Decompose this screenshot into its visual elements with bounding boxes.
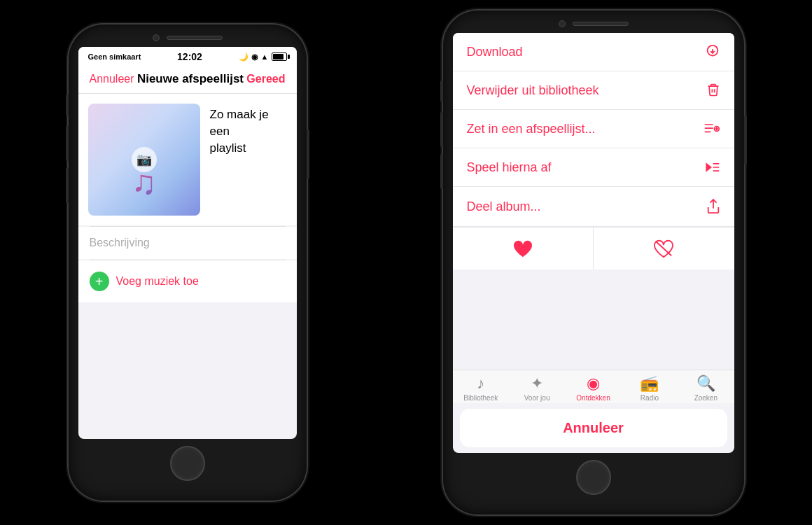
play-next-label: Speel hierna af — [467, 160, 552, 175]
speaker-bar — [167, 36, 223, 40]
phone-top-bar — [69, 24, 307, 47]
plus-circle-icon: + — [90, 272, 109, 291]
playlist-artwork[interactable]: ♫ 📷 — [88, 104, 200, 216]
right-mute-button[interactable] — [440, 80, 443, 102]
share-icon — [706, 198, 720, 215]
action-play-next[interactable]: Speel hierna af — [453, 148, 734, 187]
right-phone-bottom — [443, 453, 744, 506]
status-icons: 🌙 ◉ ▲ — [239, 52, 287, 62]
signal-icon: ▲ — [261, 52, 269, 61]
tab-zoeken[interactable]: 🔍 Zoeken — [678, 374, 734, 402]
tab-ontdekken[interactable]: ◉ Ontdekken — [565, 374, 621, 402]
download-icon — [705, 44, 720, 59]
zoeken-label: Zoeken — [694, 394, 718, 402]
tab-radio[interactable]: 📻 Radio — [622, 374, 678, 402]
nav-title: Nieuwe afspeellijst — [137, 72, 244, 86]
camera-dot — [153, 34, 160, 41]
action-group: Download Verwijder uit bibliotheek — [453, 33, 734, 270]
action-add-playlist[interactable]: Zet in een afspeellijst... — [453, 110, 734, 148]
right-camera-dot — [559, 20, 566, 27]
right-volume-up-button[interactable] — [440, 112, 443, 147]
tab-voor-jou[interactable]: ✦ Voor jou — [509, 374, 565, 402]
bibliotheek-icon: ♪ — [477, 374, 484, 393]
action-share-album[interactable]: Deel album... — [453, 187, 734, 227]
add-music-section[interactable]: + Voeg muziek toe — [78, 260, 297, 302]
description-placeholder: Beschrijving — [90, 237, 150, 248]
add-playlist-label: Zet in een afspeellijst... — [467, 122, 596, 136]
right-speaker-bar — [573, 22, 629, 26]
done-button[interactable]: Gereed — [246, 73, 285, 85]
radio-label: Radio — [640, 394, 659, 402]
svg-marker-8 — [706, 162, 712, 172]
left-phone-bottom — [69, 439, 307, 492]
nav-bar: Annuleer Nieuwe afspeellijst Gereed — [78, 65, 297, 94]
action-download[interactable]: Download — [453, 33, 734, 71]
voor-jou-icon: ✦ — [531, 374, 543, 393]
playlist-title-line1: Zo maak je een — [210, 108, 269, 138]
battery-icon — [272, 52, 287, 61]
cancel-button[interactable]: Annuleer — [90, 73, 134, 85]
description-section[interactable]: Beschrijving — [78, 227, 297, 259]
annuleer-label: Annuleer — [563, 420, 624, 435]
play-next-icon — [704, 160, 720, 175]
status-bar: Geen simkaart 12:02 🌙 ◉ ▲ — [78, 47, 297, 65]
love-row — [453, 227, 734, 270]
volume-up-button[interactable] — [66, 126, 69, 161]
time-label: 12:02 — [177, 51, 202, 62]
right-phone-top-bar — [443, 10, 744, 33]
location-icon: ◉ — [251, 52, 258, 62]
playlist-title-line2: playlist — [210, 141, 246, 155]
action-remove-library[interactable]: Verwijder uit bibliotheek — [453, 71, 734, 110]
power-button[interactable] — [307, 130, 309, 178]
radio-icon: 📻 — [640, 374, 659, 393]
right-volume-down-button[interactable] — [440, 154, 443, 189]
share-album-label: Deel album... — [467, 200, 541, 214]
right-power-button[interactable] — [744, 115, 747, 164]
action-sheet: Download Verwijder uit bibliotheek — [453, 33, 734, 453]
ontdekken-icon: ◉ — [587, 374, 600, 393]
love-heart-icon — [512, 239, 533, 258]
love-button[interactable] — [453, 227, 594, 270]
annuleer-button[interactable]: Annuleer — [460, 409, 727, 447]
right-phone: Download Verwijder uit bibliotheek — [443, 10, 744, 514]
add-playlist-icon — [704, 121, 720, 136]
volume-down-button[interactable] — [66, 168, 69, 203]
zoeken-icon: 🔍 — [696, 374, 715, 393]
unlove-button[interactable] — [594, 227, 734, 270]
ontdekken-label: Ontdekken — [576, 394, 610, 402]
home-button[interactable] — [170, 446, 205, 481]
right-screen: Download Verwijder uit bibliotheek — [453, 33, 734, 453]
playlist-title: Zo maak je een playlist — [210, 106, 287, 156]
mute-button[interactable] — [66, 94, 69, 115]
moon-icon: 🌙 — [239, 52, 248, 62]
download-label: Download — [467, 45, 523, 59]
tab-bibliotheek[interactable]: ♪ Bibliotheek — [453, 374, 509, 402]
music-note-bg: ♫ — [132, 163, 157, 202]
unlove-heart-icon — [653, 239, 674, 258]
bibliotheek-label: Bibliotheek — [463, 394, 498, 402]
add-music-label: Voeg muziek toe — [116, 275, 199, 288]
tab-bar: ♪ Bibliotheek ✦ Voor jou ◉ Ontdekken 📻 R… — [453, 370, 734, 403]
remove-library-label: Verwijder uit bibliotheek — [467, 83, 599, 98]
playlist-info: Zo maak je een playlist — [210, 104, 287, 156]
playlist-section: ♫ 📷 Zo maak je een playlist — [78, 94, 297, 225]
carrier-label: Geen simkaart — [88, 52, 141, 61]
trash-icon — [706, 83, 720, 98]
right-home-button[interactable] — [576, 460, 611, 495]
left-screen: Geen simkaart 12:02 🌙 ◉ ▲ Annuleer Nieuw… — [78, 47, 297, 439]
left-phone: Geen simkaart 12:02 🌙 ◉ ▲ Annuleer Nieuw… — [69, 24, 307, 500]
voor-jou-label: Voor jou — [524, 394, 550, 402]
